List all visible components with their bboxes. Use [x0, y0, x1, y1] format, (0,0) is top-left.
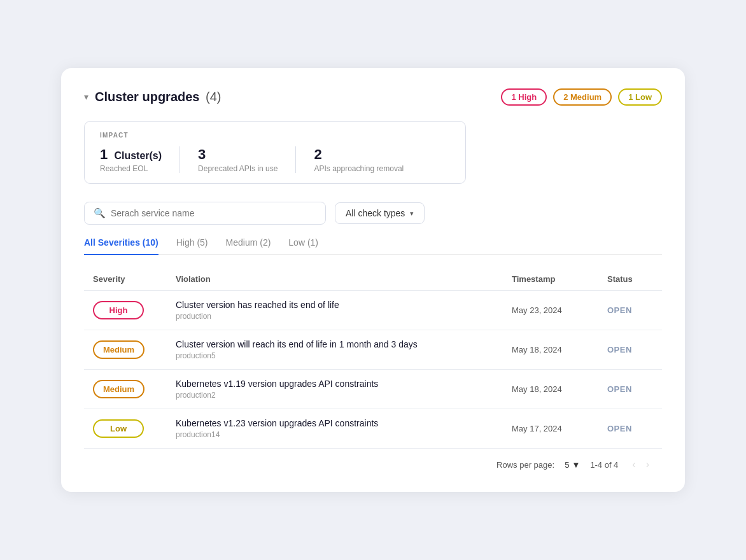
tab-medium[interactable]: Medium (2) [226, 237, 271, 255]
search-box[interactable]: 🔍 [84, 202, 326, 225]
high-badge: 1 High [501, 88, 547, 106]
impact-box: IMPACT 1 Cluster(s) Reached EOL 3 Deprec… [84, 121, 466, 184]
violation-title: Cluster version will reach its end of li… [176, 339, 494, 349]
dropdown-arrow-icon: ▾ [410, 209, 414, 218]
violation-title: Kubernetes v1.19 version upgrades API co… [176, 379, 494, 389]
severity-cell: Low [84, 409, 167, 449]
apis-label: APIs approaching removal [314, 164, 404, 173]
col-status: Status [598, 268, 662, 291]
apis-number: 2 [314, 146, 404, 163]
card-title-row: ▾ Cluster upgrades (4) [84, 90, 222, 104]
check-types-dropdown[interactable]: All check types ▾ [335, 202, 425, 224]
low-badge: 1 Low [618, 88, 662, 106]
violation-title: Cluster version has reached its end of l… [176, 300, 494, 310]
rows-per-page-label: Rows per page: [496, 460, 554, 470]
severity-badges: 1 High 2 Medium 1 Low [501, 88, 662, 106]
severity-badge: High [93, 301, 144, 319]
page-title: Cluster upgrades (4) [95, 90, 222, 104]
cluster-upgrades-card: ▾ Cluster upgrades (4) 1 High 2 Medium 1… [61, 68, 685, 492]
deprecated-label: Deprecated APIs in use [198, 164, 278, 173]
violation-sub: production5 [176, 351, 494, 360]
impact-label: IMPACT [100, 132, 450, 139]
severity-cell: Medium [84, 330, 167, 370]
violation-cell: Cluster version will reach its end of li… [167, 330, 503, 370]
tab-high[interactable]: High (5) [176, 237, 208, 255]
status-cell: OPEN [598, 330, 662, 370]
severity-cell: Medium [84, 370, 167, 409]
timestamp-cell: May 17, 2024 [503, 409, 598, 449]
table-row: Medium Cluster version will reach its en… [84, 330, 662, 370]
violation-sub: production14 [176, 430, 494, 439]
impact-stats: 1 Cluster(s) Reached EOL 3 Deprecated AP… [100, 146, 450, 173]
next-page-button[interactable]: › [642, 458, 653, 472]
timestamp-cell: May 18, 2024 [503, 370, 598, 409]
filters-row: 🔍 All check types ▾ [84, 202, 662, 225]
page-nav: ‹ › [628, 458, 653, 472]
search-icon: 🔍 [94, 207, 106, 219]
col-violation: Violation [167, 268, 503, 291]
timestamp-cell: May 23, 2024 [503, 291, 598, 330]
violation-sub: production [176, 312, 494, 321]
col-severity: Severity [84, 268, 167, 291]
col-timestamp: Timestamp [503, 268, 598, 291]
rows-per-page-select[interactable]: 5 ▼ [565, 460, 580, 470]
page-info: 1-4 of 4 [590, 460, 618, 470]
timestamp-cell: May 18, 2024 [503, 330, 598, 370]
status-cell: OPEN [598, 291, 662, 330]
prev-page-button[interactable]: ‹ [628, 458, 639, 472]
table-row: High Cluster version has reached its end… [84, 291, 662, 330]
pagination-row: Rows per page: 5 ▼ 1-4 of 4 ‹ › [84, 448, 662, 472]
search-input[interactable] [111, 208, 316, 218]
severity-cell: High [84, 291, 167, 330]
table-row: Low Kubernetes v1.23 version upgrades AP… [84, 409, 662, 449]
status-cell: OPEN [598, 409, 662, 449]
status-cell: OPEN [598, 370, 662, 409]
violation-cell: Cluster version has reached its end of l… [167, 291, 503, 330]
severity-badge: Medium [93, 380, 144, 398]
impact-stat-apis: 2 APIs approaching removal [314, 146, 421, 173]
rows-dropdown-arrow-icon: ▼ [572, 460, 580, 470]
impact-stat-clusters: 1 Cluster(s) Reached EOL [100, 146, 180, 173]
table-row: Medium Kubernetes v1.19 version upgrades… [84, 370, 662, 409]
violation-title: Kubernetes v1.23 version upgrades API co… [176, 418, 494, 428]
tabs-row: All Severities (10) High (5) Medium (2) … [84, 237, 662, 255]
clusters-label: Reached EOL [100, 164, 162, 173]
deprecated-number: 3 [198, 146, 278, 163]
tab-all-severities[interactable]: All Severities (10) [84, 237, 158, 255]
violation-cell: Kubernetes v1.19 version upgrades API co… [167, 370, 503, 409]
clusters-number: 1 Cluster(s) [100, 146, 162, 163]
impact-stat-deprecated: 3 Deprecated APIs in use [198, 146, 296, 173]
severity-badge: Low [93, 419, 144, 438]
card-header: ▾ Cluster upgrades (4) 1 High 2 Medium 1… [84, 88, 662, 106]
medium-badge: 2 Medium [553, 88, 612, 106]
violation-cell: Kubernetes v1.23 version upgrades API co… [167, 409, 503, 449]
tab-low[interactable]: Low (1) [288, 237, 318, 255]
chevron-icon[interactable]: ▾ [84, 92, 88, 102]
severity-badge: Medium [93, 340, 144, 359]
violations-table: Severity Violation Timestamp Status High… [84, 268, 662, 448]
violation-sub: production2 [176, 391, 494, 400]
